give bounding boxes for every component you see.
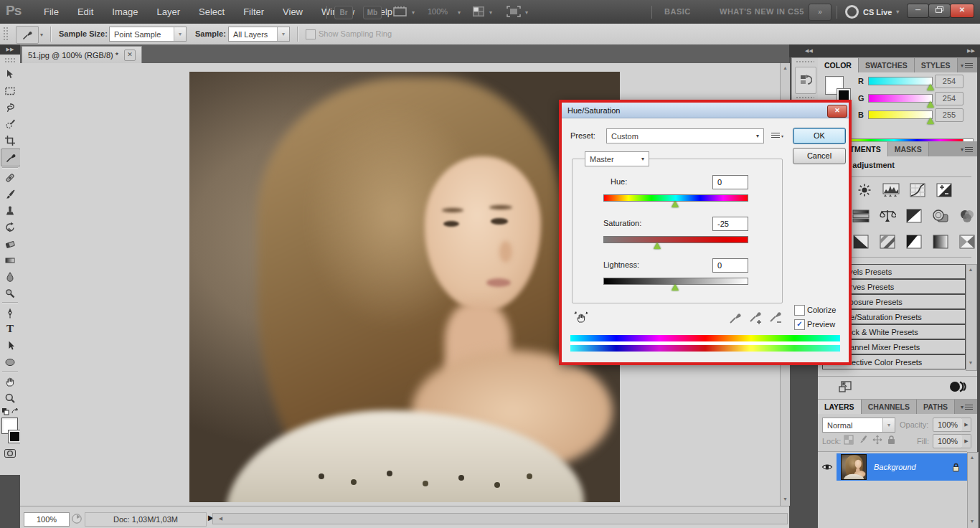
curves-icon[interactable] (907, 181, 928, 199)
panel-menu-icon[interactable]: ▾ (961, 142, 977, 156)
tool-move[interactable] (1, 66, 19, 82)
swap-colors-icon[interactable] (1, 407, 19, 416)
workspace-whats-new[interactable]: WHAT'S NEW IN CS5 (720, 0, 804, 24)
lock-pixels-icon[interactable] (858, 435, 868, 445)
preset-options-icon[interactable]: ▾ (771, 130, 786, 141)
status-zoom-field[interactable]: 100% (24, 512, 70, 527)
tool-healing-brush[interactable] (1, 169, 19, 186)
dialog-close-button[interactable]: ✕ (827, 105, 847, 118)
invert-icon[interactable] (850, 232, 872, 251)
red-slider[interactable] (868, 77, 933, 85)
saturation-slider-thumb[interactable] (654, 242, 661, 249)
scroll-down-icon[interactable]: ▼ (781, 496, 790, 501)
layers-scrollbar[interactable]: ▲ ▼ (967, 452, 979, 528)
blue-slider-thumb[interactable] (927, 118, 934, 124)
tool-rectangular-marquee[interactable] (1, 82, 19, 99)
saturation-input[interactable] (712, 217, 748, 231)
preview-checkbox[interactable]: ✓ (794, 319, 805, 330)
blend-mode-dropdown[interactable]: Normal▾ (822, 418, 895, 433)
presets-scrollbar[interactable]: ▲ ▼ (966, 264, 977, 371)
toolbox-grip[interactable] (4, 57, 16, 62)
selective-color-icon[interactable] (956, 232, 978, 251)
posterize-icon[interactable] (877, 232, 898, 251)
gradient-map-icon[interactable] (930, 232, 951, 251)
lightness-input[interactable] (712, 258, 748, 273)
hue-saturation-icon[interactable] (850, 207, 872, 225)
blue-value[interactable]: 255 (935, 108, 963, 122)
tool-zoom[interactable] (1, 390, 19, 406)
scroll-up-icon[interactable]: ▲ (781, 65, 790, 70)
tab-masks[interactable]: MASKS (888, 142, 929, 156)
fill-value[interactable]: 100% (933, 434, 963, 448)
expanded-view-icon[interactable] (838, 380, 852, 393)
eyedropper-subtract-icon[interactable] (768, 311, 783, 325)
minimize-button[interactable]: ─ (907, 4, 929, 18)
lock-transparency-icon[interactable] (844, 435, 854, 445)
tool-eraser[interactable] (1, 235, 19, 252)
threshold-icon[interactable] (903, 232, 925, 251)
history-panel-icon[interactable] (795, 67, 816, 94)
photo-filter-icon[interactable] (930, 207, 951, 225)
expand-dock-icon[interactable]: ◀◀ (805, 44, 813, 57)
brightness-contrast-icon[interactable] (854, 181, 875, 199)
blue-slider[interactable] (868, 110, 933, 119)
ok-button[interactable]: OK (793, 128, 846, 144)
tab-styles[interactable]: STYLES (915, 58, 958, 72)
workspace-basic[interactable]: BASIC (664, 0, 691, 24)
tool-quick-selection[interactable] (1, 116, 19, 132)
zoom-level[interactable]: 100% (428, 0, 448, 24)
layer-name[interactable]: Background (874, 463, 916, 471)
lightness-slider-thumb[interactable] (672, 284, 679, 291)
opacity-value[interactable]: 100% (933, 418, 963, 432)
cancel-button[interactable]: Cancel (793, 148, 846, 164)
menu-filter[interactable]: Filter (234, 0, 273, 24)
chevron-down-icon[interactable]: ▾ (458, 9, 461, 16)
tab-channels[interactable]: CHANNELS (862, 400, 917, 414)
menu-image[interactable]: Image (103, 0, 147, 24)
cs-live-button[interactable]: CS Live ▾ (845, 0, 899, 24)
layer-row-background[interactable]: Background (818, 453, 967, 481)
tool-hand[interactable] (1, 373, 19, 390)
tool-brush[interactable] (1, 186, 19, 202)
hue-slider-thumb[interactable] (672, 201, 679, 207)
panel-menu-icon[interactable]: ▾ (961, 58, 977, 72)
tool-clone-stamp[interactable] (1, 202, 19, 219)
lock-position-icon[interactable] (872, 435, 882, 445)
screen-mode-icon[interactable] (507, 6, 521, 17)
lock-all-icon[interactable] (887, 435, 896, 445)
black-and-white-icon[interactable] (903, 207, 925, 225)
tab-swatches[interactable]: SWATCHES (859, 58, 915, 72)
chevron-down-icon[interactable]: ▾ (412, 9, 415, 16)
collapse-dock-icon[interactable]: ▶▶ (967, 44, 975, 57)
tool-gradient[interactable] (1, 252, 19, 268)
restore-button[interactable] (928, 4, 951, 18)
layer-thumbnail[interactable] (841, 454, 867, 480)
menu-select[interactable]: Select (189, 0, 234, 24)
toolbox-collapse-icon[interactable]: ▶▶ (0, 44, 20, 55)
tool-path-selection[interactable] (1, 337, 19, 354)
saturation-slider[interactable] (603, 236, 748, 243)
exposure-icon[interactable] (933, 181, 955, 199)
dialog-title-bar[interactable]: Hue/Saturation (562, 103, 849, 118)
tool-eyedropper[interactable] (1, 148, 21, 166)
status-doc-info[interactable]: Doc: 1,03M/1,03M (85, 512, 207, 527)
color-balance-icon[interactable] (877, 207, 898, 225)
red-value[interactable]: 254 (935, 75, 963, 88)
quick-mask-icon[interactable] (1, 445, 19, 461)
levels-icon[interactable] (880, 181, 902, 199)
sample-size-dropdown[interactable]: Point Sample▾ (109, 27, 187, 42)
tab-layers[interactable]: LAYERS (818, 400, 862, 414)
panel-menu-icon[interactable]: ▾ (961, 400, 977, 414)
tool-type[interactable]: T (1, 321, 19, 337)
status-clock-icon[interactable] (71, 513, 83, 524)
tab-color[interactable]: COLOR (818, 58, 859, 72)
menu-view[interactable]: View (273, 0, 312, 24)
tab-paths[interactable]: PATHS (917, 400, 955, 414)
tool-lasso[interactable] (1, 99, 19, 116)
menu-edit[interactable]: Edit (68, 0, 103, 24)
layer-row-selected[interactable]: Background (837, 453, 967, 481)
drag-grip[interactable] (3, 27, 9, 42)
tool-shape[interactable] (1, 354, 19, 370)
close-button[interactable]: ✕ (950, 4, 974, 18)
tool-pen[interactable] (1, 304, 19, 321)
